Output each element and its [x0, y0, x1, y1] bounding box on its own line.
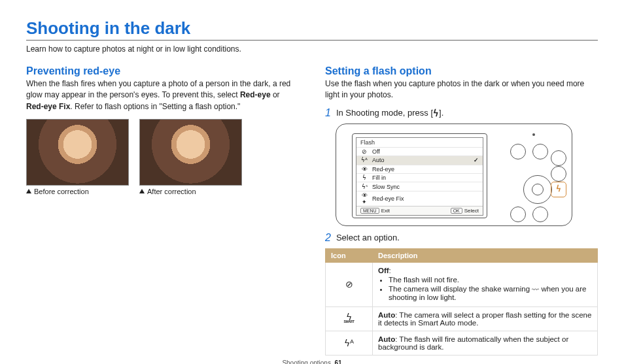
row-title: Auto [378, 311, 395, 319]
th-description: Description [373, 248, 598, 262]
menu-label: Red-eye Fix [372, 195, 404, 202]
photo-after-block: After correction [139, 119, 241, 195]
section-preventing-redeye: Preventing red-eye [26, 65, 299, 77]
section-flash-option: Setting a flash option [325, 65, 598, 77]
left-column: Preventing red-eye When the flash fires … [26, 65, 299, 356]
slowsync-icon: ϟˢ [360, 184, 368, 190]
footer-exit: MENUExit [360, 208, 390, 214]
step-1-text: In Shooting mode, press [ϟ]. [336, 108, 443, 118]
fillin-icon: ϟ [360, 174, 368, 181]
row-auto-desc: Auto: The flash will fire automatically … [373, 331, 598, 355]
off-icon: ⊘ [360, 148, 368, 155]
step-1-post: ]. [439, 108, 443, 118]
caption-before-text: Before correction [34, 188, 89, 195]
menu-item-off: ⊘ Off [356, 147, 483, 156]
menu-item-slowsync: ϟˢ Slow Sync [356, 182, 483, 190]
row-smart-icon: ϟ [326, 306, 373, 331]
photo-before [26, 119, 129, 186]
camera-screen: Flash ⊘ Off ϟᴬ Auto ✓ 👁 Red-eye [352, 133, 487, 218]
bullet: The flash will not fire. [389, 276, 592, 284]
caption-after-text: After correction [147, 188, 196, 195]
menu-header: Flash [356, 138, 483, 147]
row-off-icon: ⊘ [326, 262, 373, 306]
camera-button-icon [551, 150, 566, 166]
redeye-bold-2: Red-eye Fix [26, 102, 70, 111]
redeyefix-icon: 👁✦ [360, 192, 368, 205]
th-icon: Icon [326, 248, 373, 262]
camera-diagram: Flash ⊘ Off ϟᴬ Auto ✓ 👁 Red-eye [336, 124, 572, 226]
row-text: : The flash will fire automatically when… [378, 335, 568, 351]
flash-icon: ϟ [433, 109, 439, 118]
step-1-number: 1 [325, 108, 331, 118]
menu-label: Fill in [372, 174, 386, 181]
step-2-text: Select an option. [336, 233, 400, 242]
menu-btn-icon: MENU [360, 208, 379, 214]
triangle-icon [139, 189, 145, 193]
right-column: Setting a flash option Use the flash whe… [325, 65, 598, 356]
row-smart-desc: Auto: The camera will select a proper fl… [373, 306, 598, 331]
photo-before-block: Before correction [26, 119, 128, 195]
camera-led-icon [532, 133, 535, 136]
two-column-layout: Preventing red-eye When the flash fires … [26, 65, 598, 356]
footer-section: Shooting options [282, 359, 331, 364]
menu-label: Slow Sync [372, 184, 400, 190]
caption-before: Before correction [26, 188, 128, 195]
step-1: 1 In Shooting mode, press [ϟ]. [325, 108, 598, 118]
flash-button-highlight-icon: ϟ [551, 182, 566, 197]
page-intro: Learn how to capture photos at night or … [26, 44, 598, 54]
title-rule [26, 40, 598, 41]
menu-label: Off [372, 148, 380, 155]
footer-exit-label: Exit [381, 208, 390, 214]
redeye-text-3: . Refer to flash options in "Setting a f… [70, 102, 240, 111]
menu-item-fillin: ϟ Fill in [356, 173, 483, 182]
camera-button-icon [510, 144, 526, 159]
page-footer: Shooting options 61 [26, 359, 598, 364]
auto-icon: ϟᴬ [360, 157, 368, 163]
redeye-bold-1: Red-eye [240, 90, 271, 99]
camera-button-icon [532, 207, 548, 222]
camera-button-icon [510, 207, 526, 222]
redeye-text-2: or [271, 90, 280, 99]
footer-select: OKSelect [451, 208, 479, 214]
table-row: ϟᴬ Auto: The flash will fire automatical… [326, 331, 598, 355]
menu-item-auto: ϟᴬ Auto ✓ [356, 156, 483, 164]
row-off-desc: Off: The flash will not fire. The camera… [373, 262, 598, 306]
page-title: Shooting in the dark [26, 18, 598, 39]
redeye-body: When the flash fires when you capture a … [26, 78, 299, 112]
row-text: : The camera will select a proper flash … [378, 311, 591, 327]
menu-label: Auto [372, 157, 385, 163]
camera-dpad-icon [523, 175, 552, 204]
row-auto-icon: ϟᴬ [326, 331, 373, 355]
row-title: Off [378, 267, 389, 274]
camera-button-icon [532, 144, 548, 159]
menu-footer: MENUExit OKSelect [356, 206, 483, 215]
menu-item-redeye: 👁 Red-eye [356, 165, 483, 173]
camera-button-icon [551, 166, 566, 182]
step-2-number: 2 [325, 233, 331, 243]
ok-btn-icon: OK [451, 208, 462, 214]
row-title: Auto [378, 335, 395, 343]
step-1-pre: In Shooting mode, press [ [336, 108, 433, 118]
footer-select-label: Select [464, 208, 479, 214]
check-icon: ✓ [474, 157, 479, 163]
example-photos: Before correction After correction [26, 119, 299, 195]
flash-options-table: Icon Description ⊘ Off: The flash will n… [325, 248, 598, 356]
footer-page-number: 61 [334, 359, 341, 364]
photo-after [139, 119, 242, 186]
menu-label: Red-eye [372, 166, 394, 173]
bullet: The camera will display the shake warnin… [389, 285, 592, 301]
menu-item-redeyefix: 👁✦ Red-eye Fix [356, 191, 483, 206]
flash-intro: Use the flash when you capture photos in… [325, 78, 598, 101]
caption-after: After correction [139, 188, 241, 195]
manual-page: Shooting in the dark Learn how to captur… [0, 0, 624, 364]
shake-warning-icon: 〰 [532, 286, 539, 293]
table-row: ϟ Auto: The camera will select a proper … [326, 306, 598, 331]
table-row: ⊘ Off: The flash will not fire. The came… [326, 262, 598, 306]
redeye-icon: 👁 [360, 166, 368, 173]
flash-smart-icon: ϟ [344, 312, 355, 323]
flash-menu: Flash ⊘ Off ϟᴬ Auto ✓ 👁 Red-eye [356, 137, 483, 216]
triangle-icon [26, 189, 31, 193]
step-2: 2 Select an option. [325, 233, 598, 243]
